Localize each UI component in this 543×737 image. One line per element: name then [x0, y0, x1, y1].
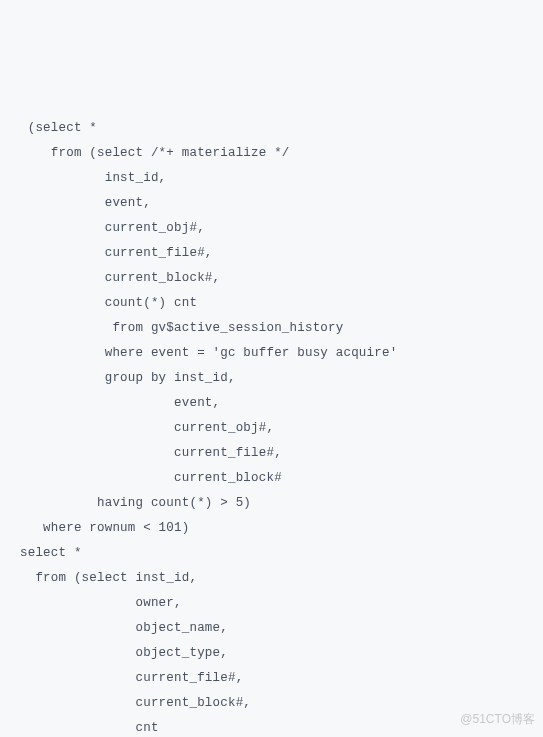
sql-code-block: (select * from (select /*+ materialize *…: [20, 116, 523, 737]
watermark-label: @51CTO博客: [460, 707, 535, 731]
